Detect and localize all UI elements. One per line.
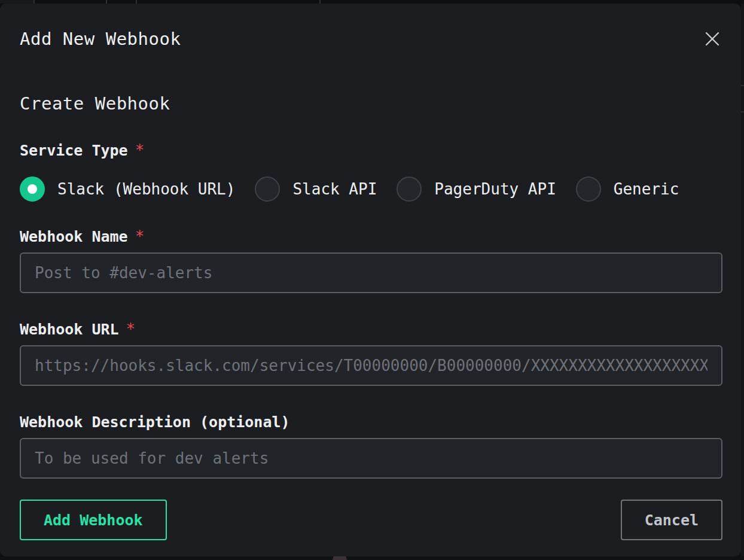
radio-button-selected[interactable] <box>20 176 45 202</box>
service-type-label-text: Service Type <box>20 142 128 160</box>
modal-footer: Add Webhook Cancel <box>20 500 722 540</box>
service-type-label: Service Type * <box>20 141 722 160</box>
close-button[interactable] <box>702 29 722 49</box>
radio-button[interactable] <box>255 176 280 202</box>
required-asterisk: * <box>135 141 145 159</box>
background-divider <box>741 111 744 112</box>
radio-option-pagerduty-api[interactable]: PagerDuty API <box>397 176 556 202</box>
add-webhook-modal: Add New Webhook Create Webhook Service T… <box>0 4 741 556</box>
modal-header: Add New Webhook <box>20 28 722 50</box>
webhook-url-label-text: Webhook URL <box>20 321 119 339</box>
webhook-description-label-text: Webhook Description (optional) <box>20 413 290 431</box>
background-divider <box>741 85 744 86</box>
radio-option-label: Slack (Webhook URL) <box>57 180 235 198</box>
background-page-bottom-edge <box>0 556 744 560</box>
radio-option-label: PagerDuty API <box>434 180 556 198</box>
webhook-name-label: Webhook Name * <box>20 227 722 246</box>
add-webhook-button[interactable]: Add Webhook <box>20 500 167 540</box>
webhook-name-label-text: Webhook Name <box>20 228 128 246</box>
radio-button[interactable] <box>576 176 601 202</box>
modal-title: Add New Webhook <box>20 28 181 50</box>
radio-option-slack-webhook-url[interactable]: Slack (Webhook URL) <box>20 176 235 202</box>
radio-option-slack-api[interactable]: Slack API <box>255 176 377 202</box>
webhook-name-input[interactable] <box>20 252 722 293</box>
radio-button[interactable] <box>397 176 422 202</box>
webhook-description-label: Webhook Description (optional) <box>20 413 722 431</box>
webhook-description-input[interactable] <box>20 438 722 479</box>
radio-option-label: Slack API <box>292 180 377 198</box>
section-heading: Create Webhook <box>20 93 722 114</box>
webhook-url-label: Webhook URL * <box>20 320 722 339</box>
required-asterisk: * <box>135 227 145 245</box>
background-page-right-edge <box>741 4 744 556</box>
radio-option-label: Generic <box>614 180 679 198</box>
required-asterisk: * <box>126 320 136 338</box>
service-type-options: Slack (Webhook URL) Slack API PagerDuty … <box>20 176 722 202</box>
radio-option-generic[interactable]: Generic <box>576 176 679 202</box>
cancel-button[interactable]: Cancel <box>621 500 722 540</box>
webhook-url-input[interactable] <box>20 345 722 386</box>
close-icon <box>703 30 721 48</box>
